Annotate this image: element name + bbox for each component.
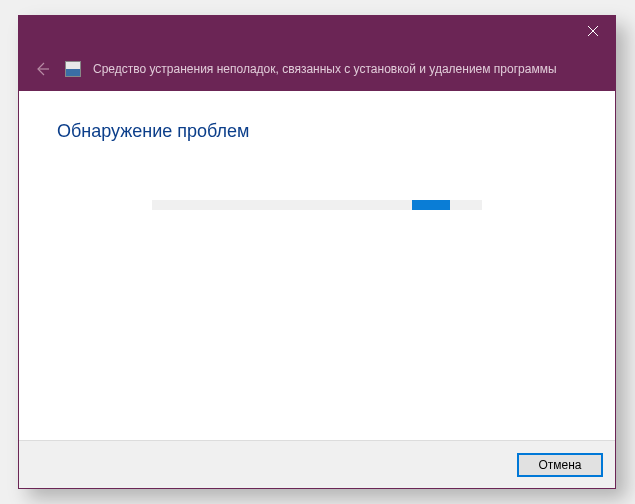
content-area: Обнаружение проблем [19, 91, 615, 440]
close-icon [588, 26, 598, 36]
cancel-button[interactable]: Отмена [517, 453, 603, 477]
header-bar: Средство устранения неполадок, связанных… [19, 46, 615, 91]
troubleshooter-icon [65, 61, 81, 77]
progress-indicator [412, 200, 450, 210]
footer-bar: Отмена [19, 440, 615, 488]
window-title: Средство устранения неполадок, связанных… [93, 62, 557, 76]
page-heading: Обнаружение проблем [57, 121, 577, 142]
titlebar [19, 16, 615, 46]
close-button[interactable] [570, 16, 615, 46]
back-button[interactable] [31, 58, 53, 80]
progress-bar [152, 200, 482, 210]
back-arrow-icon [33, 60, 51, 78]
troubleshooter-window: Средство устранения неполадок, связанных… [18, 15, 616, 489]
